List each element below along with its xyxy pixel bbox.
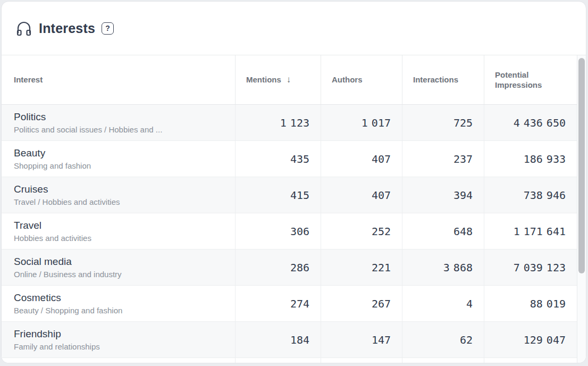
page-title: Interests	[39, 21, 95, 36]
interest-category: Hobbies and activities	[14, 234, 91, 243]
impressions-value: 1 171 641	[484, 213, 577, 249]
interest-category: Politics and social issues / Hobbies and…	[14, 125, 162, 134]
mentions-value: 306	[235, 213, 321, 249]
authors-value: 267	[321, 286, 402, 321]
interest-name: Cruises	[14, 184, 48, 195]
interactions-value: 62	[402, 322, 484, 357]
interactions-value: 648	[402, 213, 484, 249]
interest-name: Friendship	[14, 328, 61, 340]
table-row-politics[interactable]: Politics Politics and social issues / Ho…	[2, 105, 577, 141]
mentions-value: 286	[235, 249, 321, 285]
authors-value: 147	[321, 322, 402, 357]
impressions-value: 186 933	[484, 141, 577, 177]
interest-name: Social media	[14, 256, 72, 268]
interest-category: Travel / Hobbies and activities	[14, 197, 120, 206]
column-header-authors[interactable]: Authors	[321, 55, 402, 104]
interests-card: Interests ? Interest Mentions ↓ Authors …	[1, 1, 586, 363]
interactions-value: 4	[402, 286, 484, 321]
mentions-value: 274	[235, 286, 321, 321]
interactions-value: 394	[402, 177, 484, 213]
headphones-icon	[15, 19, 32, 37]
card-header: Interests ?	[2, 2, 586, 55]
interactions-value: 3 868	[402, 249, 484, 285]
impressions-value: 738 946	[484, 177, 577, 213]
column-header-interactions[interactable]: Interactions	[402, 55, 484, 104]
column-header-mentions[interactable]: Mentions ↓	[235, 55, 321, 104]
table-row-social-media[interactable]: Social media Online / Business and indus…	[2, 249, 577, 286]
interactions-value: 725	[402, 105, 484, 140]
sort-desc-icon: ↓	[287, 74, 291, 86]
vertical-scrollbar-thumb[interactable]	[578, 58, 585, 273]
impressions-value: 88 019	[484, 286, 577, 321]
impressions-value: 7 039 123	[484, 249, 577, 285]
table-row-cosmetics[interactable]: Cosmetics Beauty / Shopping and fashion …	[2, 286, 577, 322]
interest-category: Shopping and fashion	[14, 161, 91, 170]
table-row-beauty[interactable]: Beauty Shopping and fashion 435 407 237 …	[2, 141, 577, 177]
interest-category: Online / Business and industry	[14, 270, 122, 279]
interest-name: Beauty	[14, 147, 45, 159]
column-header-interest[interactable]: Interest	[2, 55, 235, 104]
interests-table: Interest Mentions ↓ Authors Interactions…	[2, 55, 586, 363]
impressions-value: 129 047	[484, 322, 577, 357]
mentions-value: 415	[235, 177, 321, 213]
authors-value: 252	[321, 213, 402, 249]
table-header-row: Interest Mentions ↓ Authors Interactions…	[2, 55, 577, 105]
authors-value: 221	[321, 249, 402, 285]
mentions-value: 184	[235, 322, 321, 357]
interest-name: Politics	[14, 111, 46, 123]
table-row-friendship[interactable]: Friendship Family and relationships 184 …	[2, 322, 577, 358]
table-row-partial	[2, 358, 577, 363]
mentions-value: 1 123	[235, 105, 321, 140]
authors-value: 407	[321, 141, 402, 177]
interest-category: Family and relationships	[14, 342, 100, 351]
mentions-value: 435	[235, 141, 321, 177]
help-icon[interactable]: ?	[102, 22, 114, 35]
vertical-scrollbar-track[interactable]	[577, 55, 586, 363]
authors-value: 407	[321, 177, 402, 213]
table-row-travel[interactable]: Travel Hobbies and activities 306 252 64…	[2, 213, 577, 249]
column-header-potential-impressions[interactable]: Potential Impressions	[484, 55, 577, 104]
interest-name: Travel	[14, 220, 41, 231]
interactions-value: 237	[402, 141, 484, 177]
impressions-value: 4 436 650	[484, 105, 577, 140]
table-row-cruises[interactable]: Cruises Travel / Hobbies and activities …	[2, 177, 577, 213]
interest-category: Beauty / Shopping and fashion	[14, 306, 122, 315]
authors-value: 1 017	[321, 105, 402, 140]
interest-name: Cosmetics	[14, 292, 61, 304]
